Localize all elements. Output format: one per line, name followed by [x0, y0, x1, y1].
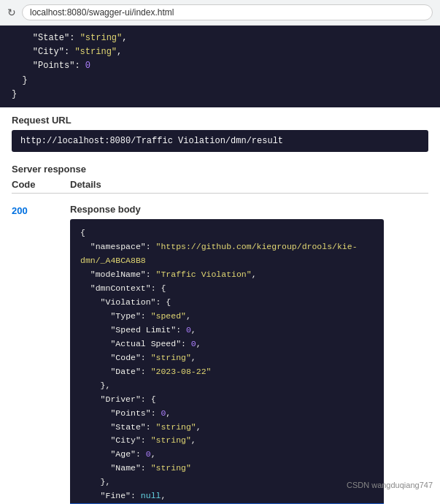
json-line: "Age": 0, [80, 448, 374, 462]
json-line: "dmnContext": { [80, 282, 374, 296]
page-content: "State": "string", "City": "string", "Po… [0, 26, 440, 504]
response-table-header: Code Details [12, 179, 428, 194]
request-url-label: Request URL [12, 115, 428, 126]
top-json-snippet: "State": "string", "City": "string", "Po… [0, 26, 440, 107]
response-body-label: Response body [70, 204, 428, 215]
reload-icon[interactable]: ↻ [7, 7, 16, 18]
json-line: "Violation": { [80, 296, 374, 310]
address-bar[interactable]: localhost:8080/swagger-ui/index.html [22, 4, 433, 20]
json-line: "Points": 0, [80, 407, 374, 421]
json-line: "namespace": "https://github.com/kiegrou… [80, 240, 374, 268]
request-url-section: Request URL http://localhost:8080/Traffi… [0, 107, 440, 156]
json-line: "Name": "string" [80, 462, 374, 476]
json-line: "Points": 0 [12, 59, 428, 73]
response-body-json: { "namespace": "https://github.com/kiegr… [70, 219, 384, 504]
json-line: } [12, 88, 428, 102]
json-line: "City": "string", [12, 45, 428, 59]
json-line: "Fine": null, [80, 489, 374, 503]
json-line: "Date": "2023-08-22" [80, 365, 374, 379]
server-response-section: Server response Code Details [0, 156, 440, 196]
json-line: "State": "string", [12, 31, 428, 45]
response-details: Response body { "namespace": "https://gi… [70, 204, 428, 504]
response-code-200: 200 [12, 204, 70, 216]
watermark: CSDN wangduqiang747 [347, 481, 433, 489]
details-header: Details [70, 179, 101, 190]
json-line: }, [80, 476, 374, 489]
json-line: "State": "string", [80, 421, 374, 435]
browser-toolbar: ↻ localhost:8080/swagger-ui/index.html [0, 0, 440, 26]
json-line: "Driver": { [80, 393, 374, 407]
json-line: } [12, 74, 428, 88]
json-line: { [80, 226, 374, 240]
json-line: "modelName": "Traffic Violation", [80, 268, 374, 282]
json-line: "City": "string", [80, 434, 374, 448]
code-header: Code [12, 179, 70, 190]
json-line: "Actual Speed": 0, [80, 337, 374, 351]
json-line: "Code": "string", [80, 351, 374, 365]
server-response-label: Server response [12, 164, 428, 175]
json-line: }, [80, 379, 374, 393]
json-line: "Type": "speed", [80, 310, 374, 324]
request-url-box: http://localhost:8080/Traffic Violation/… [12, 130, 428, 152]
json-line: "Speed Limit": 0, [80, 324, 374, 337]
response-row-200: 200 Response body { "namespace": "https:… [0, 196, 440, 504]
